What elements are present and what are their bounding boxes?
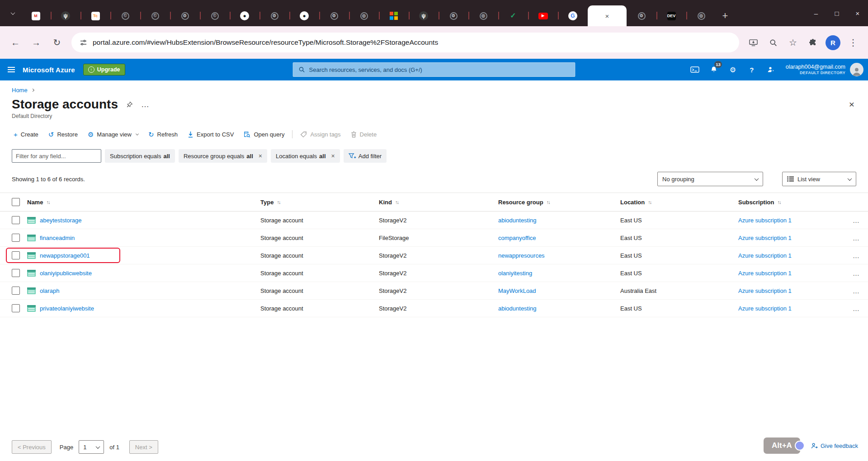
back-button[interactable]: ← (5, 33, 25, 52)
row-context-menu-icon[interactable]: … (844, 216, 868, 224)
browser-tab-site-gear2[interactable]: ⚙ (259, 5, 289, 26)
storage-account-link[interactable]: olaraph (40, 287, 59, 294)
subscription-link[interactable]: Azure subscription 1 (738, 287, 792, 294)
row-context-menu-icon[interactable]: … (844, 252, 868, 259)
browser-tab-checkmark-site[interactable]: ✓ (498, 5, 528, 26)
hamburger-menu-icon[interactable] (0, 59, 23, 80)
help-icon[interactable]: ? (742, 59, 761, 80)
storage-account-link[interactable]: privateolaniyiwebsite (40, 305, 94, 312)
row-checkbox[interactable] (12, 234, 20, 242)
resource-group-link[interactable]: newappresources (498, 252, 545, 259)
site-settings-icon[interactable] (80, 39, 87, 47)
title-more-icon[interactable]: … (141, 100, 150, 109)
browser-tab-gmail[interactable]: M (21, 5, 51, 26)
give-feedback-link[interactable]: Give feedback (811, 442, 858, 449)
remove-filter-icon[interactable]: × (331, 153, 335, 159)
row-checkbox[interactable] (12, 287, 20, 295)
select-all-checkbox[interactable] (12, 198, 20, 206)
profile-avatar[interactable]: R (826, 35, 840, 50)
remove-filter-icon[interactable]: × (259, 153, 262, 159)
address-bar[interactable]: portal.azure.com/#view/HubsExtension/Bro… (71, 33, 739, 52)
browser-tab-site-gear3[interactable]: ⚙ (319, 5, 349, 26)
row-context-menu-icon[interactable]: … (844, 269, 868, 277)
reload-button[interactable]: ↻ (47, 33, 67, 52)
browser-tab-site-gear5[interactable]: ⚙ (627, 5, 656, 26)
export-csv-button[interactable]: Export to CSV (183, 127, 239, 142)
open-query-button[interactable]: Open query (239, 127, 289, 142)
install-app-icon[interactable] (744, 33, 763, 52)
table-row[interactable]: financeadmin Storage account FileStorage… (0, 229, 868, 247)
browser-tab-youtube[interactable]: ▶ (528, 5, 558, 26)
feedback-widget-icon[interactable] (795, 441, 805, 451)
grouping-dropdown[interactable]: No grouping (657, 172, 763, 186)
row-context-menu-icon[interactable]: … (844, 305, 868, 312)
row-checkbox[interactable] (12, 251, 20, 259)
storage-account-link[interactable]: olaniyipublicwebsite (40, 270, 92, 277)
resource-group-link[interactable]: abioduntesting (498, 305, 537, 312)
new-tab-button[interactable]: + (716, 5, 734, 26)
extensions-puzzle-icon[interactable] (803, 33, 822, 52)
resource-group-link[interactable]: abioduntesting (498, 217, 537, 224)
global-search-input[interactable] (309, 66, 570, 73)
account-avatar[interactable] (850, 63, 863, 76)
browser-tab-devto[interactable]: DEV (656, 5, 686, 26)
browser-menu-icon[interactable]: ⋮ (844, 33, 863, 52)
cloud-shell-icon[interactable] (685, 59, 704, 80)
breadcrumb-home-link[interactable]: Home (12, 87, 28, 94)
maximize-button[interactable]: □ (826, 0, 847, 26)
column-header-name[interactable]: Name↑↓ (27, 199, 260, 206)
resource-group-link[interactable]: olaniyitesting (498, 270, 532, 277)
notifications-bell-icon[interactable]: 13 (704, 59, 723, 80)
browser-tab-site-c2[interactable]: © (140, 5, 170, 26)
upgrade-button[interactable]: ↑ Upgrade (83, 64, 125, 75)
row-checkbox[interactable] (12, 269, 20, 277)
row-checkbox[interactable] (12, 216, 20, 224)
browser-tab-github-1[interactable]: ● (230, 5, 259, 26)
bookmark-star-icon[interactable]: ☆ (783, 33, 802, 52)
browser-tab-google[interactable]: G (558, 5, 588, 26)
storage-account-link[interactable]: financeadmin (40, 235, 75, 241)
browser-tab-site-globe3[interactable]: ◎ (686, 5, 716, 26)
storage-account-link[interactable]: newappstorage001 (40, 252, 90, 259)
storage-account-link[interactable]: abeyteststorage (40, 217, 82, 224)
browser-tab-site-globe1[interactable]: ◎ (349, 5, 379, 26)
page-close-icon[interactable]: × (849, 99, 854, 110)
close-tab-icon[interactable]: × (605, 13, 609, 19)
create-button[interactable]: + Create (12, 127, 43, 142)
row-context-menu-icon[interactable]: … (844, 287, 868, 295)
browser-tab-azure-portal[interactable]: × (588, 5, 627, 26)
settings-gear-icon[interactable]: ⚙ (723, 59, 742, 80)
browser-tab-site-gear1[interactable]: ⚙ (170, 5, 200, 26)
column-header-subscription[interactable]: Subscription↑↓ (738, 199, 844, 206)
refresh-button[interactable]: ↻ Refresh (143, 127, 183, 142)
minimize-button[interactable]: – (806, 0, 826, 26)
pin-icon[interactable] (126, 101, 133, 108)
browser-tab-teachable[interactable]: Tc (80, 5, 110, 26)
feedback-icon[interactable] (761, 59, 780, 80)
column-header-location[interactable]: Location↑↓ (620, 199, 738, 206)
resource-group-link[interactable]: companyoffice (498, 235, 536, 241)
subscription-link[interactable]: Azure subscription 1 (738, 217, 792, 224)
filter-pill-resource-group[interactable]: Resource group equals all × (179, 149, 267, 163)
table-row[interactable]: newappstorage001 Storage account Storage… (0, 247, 868, 264)
add-filter-button[interactable]: Add filter (344, 149, 387, 163)
browser-tab-github-2[interactable]: ● (289, 5, 319, 26)
manage-view-button[interactable]: ⚙ Manage view (83, 127, 143, 142)
table-row[interactable]: privateolaniyiwebsite Storage account St… (0, 300, 868, 317)
browser-tab-site-globe2[interactable]: ◎ (468, 5, 498, 26)
subscription-link[interactable]: Azure subscription 1 (738, 235, 792, 241)
window-close-button[interactable]: × (847, 0, 868, 26)
browser-tab-psi-site[interactable]: ψ (51, 5, 80, 26)
column-header-type[interactable]: Type↑↓ (260, 199, 379, 206)
column-header-kind[interactable]: Kind↑↓ (379, 199, 498, 206)
row-context-menu-icon[interactable]: … (844, 234, 868, 242)
table-row[interactable]: olaniyipublicwebsite Storage account Sto… (0, 264, 868, 282)
browser-tab-microsoft[interactable] (379, 5, 409, 26)
restore-button[interactable]: ↺ Restore (43, 127, 83, 142)
column-header-resource-group[interactable]: Resource group↑↓ (498, 199, 620, 206)
tab-search-button[interactable] (5, 0, 21, 26)
zoom-search-icon[interactable] (764, 33, 783, 52)
browser-tab-psi-site-2[interactable]: ψ (409, 5, 439, 26)
table-row[interactable]: olaraph Storage account StorageV2 MayWor… (0, 282, 868, 300)
subscription-link[interactable]: Azure subscription 1 (738, 270, 792, 277)
